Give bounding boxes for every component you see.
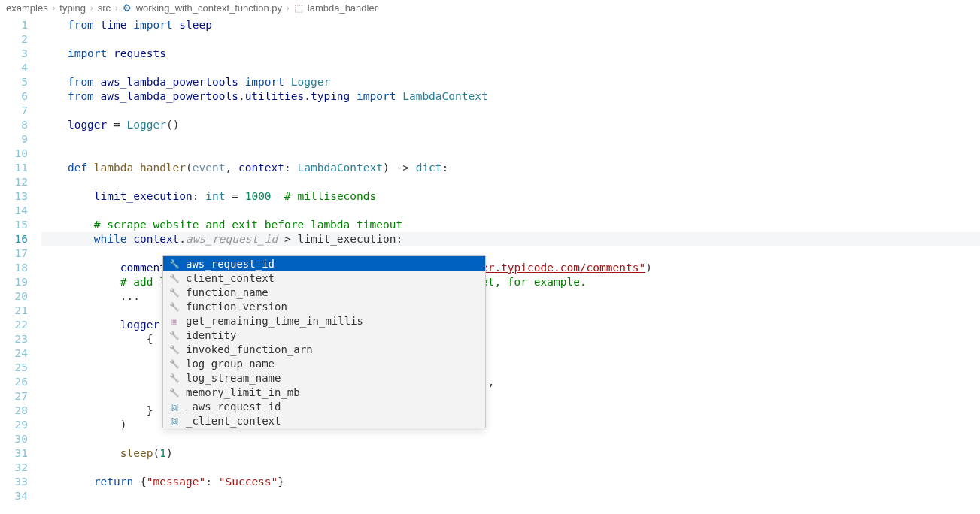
autocomplete-item-label: function_name [186, 286, 479, 298]
autocomplete-item[interactable]: log_stream_name [163, 370, 485, 385]
crumb-examples[interactable]: examples [6, 2, 48, 14]
line-number: 2 [0, 32, 28, 47]
autocomplete-popup[interactable]: aws_request_idclient_contextfunction_nam… [162, 255, 486, 428]
code-line[interactable]: logger = Logger() [41, 118, 980, 132]
code-line[interactable] [41, 147, 980, 161]
cube-icon [169, 316, 180, 326]
abc-icon [169, 401, 180, 412]
code-line[interactable]: from aws_lambda_powertools import Logger [41, 75, 980, 89]
autocomplete-item[interactable]: aws_request_id [163, 256, 485, 271]
chevron-right-icon: › [90, 3, 93, 12]
breadcrumb: examples › typing › src › ⚙ working_with… [0, 0, 980, 15]
line-number: 7 [0, 104, 28, 118]
code-line[interactable]: limit_execution: int = 1000 # millisecon… [41, 189, 980, 204]
line-number: 9 [0, 132, 28, 147]
autocomplete-item-label: _client_context [186, 415, 479, 427]
inline-suggestion: aws_request_id [186, 233, 278, 245]
symbol-function-icon: ⬚ [294, 2, 303, 14]
autocomplete-item-label: _aws_request_id [186, 401, 479, 413]
autocomplete-item-label: aws_request_id [186, 258, 479, 270]
line-number: 1 [0, 18, 28, 32]
line-number: 33 [0, 475, 28, 489]
autocomplete-item[interactable]: _client_context [163, 413, 485, 428]
crumb-file[interactable]: working_with_context_function.py [136, 2, 282, 14]
autocomplete-item-label: function_version [186, 301, 479, 313]
line-number: 23 [0, 332, 28, 346]
code-line[interactable] [41, 204, 980, 218]
wrench-icon [169, 373, 180, 383]
code-line[interactable] [41, 175, 980, 189]
wrench-icon [169, 301, 180, 312]
line-number: 22 [0, 318, 28, 332]
code-area[interactable]: from time import sleep import requests f… [41, 15, 980, 514]
line-number: 18 [0, 261, 28, 275]
line-number: 16 [0, 232, 28, 246]
autocomplete-item-label: log_stream_name [186, 372, 479, 384]
line-number: 21 [0, 304, 28, 318]
code-line[interactable] [41, 32, 980, 47]
autocomplete-item-label: identity [186, 329, 479, 341]
wrench-icon [169, 387, 180, 398]
chevron-right-icon: › [287, 3, 290, 12]
line-number-gutter: 1234567891011121314151617181920212223242… [0, 15, 41, 514]
wrench-icon [169, 358, 180, 369]
code-line[interactable] [41, 489, 980, 503]
code-line[interactable] [41, 461, 980, 475]
code-line[interactable] [41, 61, 980, 75]
autocomplete-item[interactable]: function_version [163, 299, 485, 313]
line-number: 12 [0, 175, 28, 189]
line-number: 14 [0, 204, 28, 218]
crumb-src[interactable]: src [98, 2, 111, 14]
line-number: 13 [0, 189, 28, 204]
code-line[interactable]: def lambda_handler(event, context: Lambd… [41, 161, 980, 175]
line-number: 3 [0, 47, 28, 61]
code-editor[interactable]: 1234567891011121314151617181920212223242… [0, 15, 980, 514]
autocomplete-item-label: get_remaining_time_in_millis [186, 315, 479, 327]
autocomplete-item[interactable]: function_name [163, 285, 485, 299]
line-number: 8 [0, 118, 28, 132]
line-number: 29 [0, 418, 28, 432]
code-line[interactable] [41, 432, 980, 446]
autocomplete-item-label: invoked_function_arn [186, 343, 479, 355]
autocomplete-item[interactable]: identity [163, 328, 485, 342]
code-line[interactable] [41, 104, 980, 118]
autocomplete-item[interactable]: log_group_name [163, 356, 485, 370]
autocomplete-item[interactable]: client_context [163, 271, 485, 285]
code-line[interactable]: import requests [41, 47, 980, 61]
line-number: 28 [0, 404, 28, 418]
code-line[interactable]: from time import sleep [41, 18, 980, 32]
code-line-active[interactable]: while context.aws_request_id > limit_exe… [41, 232, 980, 246]
autocomplete-item-label: memory_limit_in_mb [186, 386, 479, 398]
line-number: 4 [0, 61, 28, 75]
line-number: 24 [0, 346, 28, 361]
line-number: 15 [0, 218, 28, 232]
autocomplete-item[interactable]: invoked_function_arn [163, 342, 485, 356]
autocomplete-item-label: log_group_name [186, 358, 479, 370]
wrench-icon [169, 259, 180, 269]
crumb-typing[interactable]: typing [59, 2, 86, 14]
code-line[interactable] [41, 132, 980, 147]
code-line[interactable]: # scrape website and exit before lambda … [41, 218, 980, 232]
wrench-icon [169, 273, 180, 283]
autocomplete-item[interactable]: get_remaining_time_in_millis [163, 313, 485, 328]
chevron-right-icon: › [115, 3, 118, 12]
line-number: 25 [0, 361, 28, 375]
line-number: 5 [0, 75, 28, 89]
line-number: 34 [0, 489, 28, 503]
autocomplete-item[interactable]: _aws_request_id [163, 399, 485, 413]
autocomplete-item[interactable]: memory_limit_in_mb [163, 385, 485, 399]
python-file-icon: ⚙ [123, 2, 132, 14]
crumb-symbol[interactable]: lambda_handler [308, 2, 378, 14]
line-number: 31 [0, 446, 28, 461]
line-number: 26 [0, 375, 28, 389]
line-number: 27 [0, 389, 28, 404]
line-number: 20 [0, 289, 28, 304]
wrench-icon [169, 287, 180, 298]
wrench-icon [169, 344, 180, 355]
line-number: 11 [0, 161, 28, 175]
line-number: 17 [0, 246, 28, 261]
code-line[interactable]: from aws_lambda_powertools.utilities.typ… [41, 89, 980, 104]
code-line[interactable]: return {"message": "Success"} [41, 475, 980, 489]
line-number: 6 [0, 89, 28, 104]
code-line[interactable]: sleep(1) [41, 446, 980, 461]
